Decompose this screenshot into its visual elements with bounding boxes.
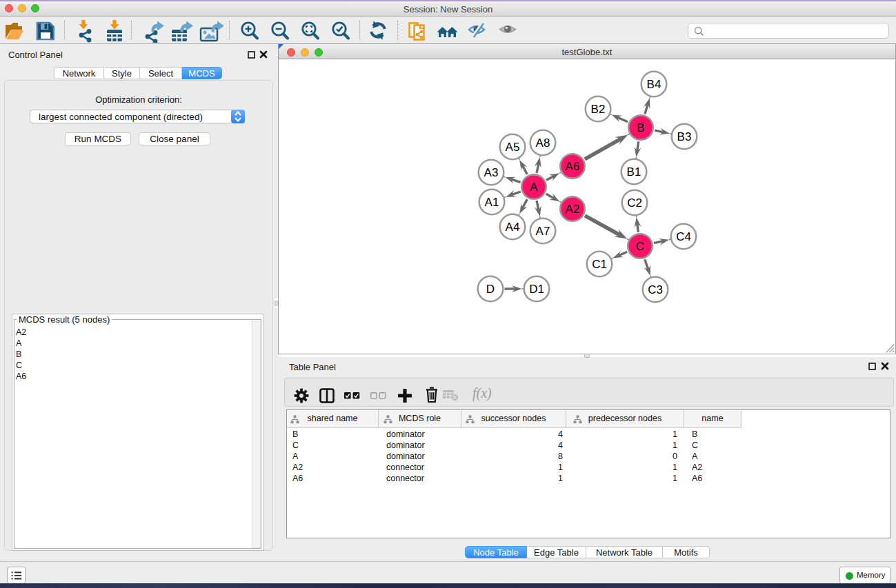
- svg-text:B1: B1: [627, 165, 641, 179]
- svg-text:C1: C1: [592, 258, 607, 271]
- svg-text:A7: A7: [536, 225, 550, 238]
- svg-text:C: C: [636, 240, 644, 253]
- svg-text:A: A: [530, 181, 538, 194]
- svg-text:D: D: [486, 283, 495, 296]
- svg-text:A8: A8: [536, 136, 550, 150]
- svg-text:A6: A6: [566, 160, 580, 173]
- svg-text:D1: D1: [529, 283, 544, 296]
- svg-text:C2: C2: [627, 196, 642, 210]
- svg-text:A4: A4: [506, 221, 520, 234]
- svg-text:C4: C4: [676, 230, 691, 243]
- svg-text:A2: A2: [566, 203, 580, 216]
- svg-text:B4: B4: [647, 78, 661, 91]
- svg-text:B3: B3: [677, 130, 692, 143]
- svg-text:A5: A5: [506, 141, 520, 154]
- svg-text:B: B: [637, 121, 644, 134]
- svg-text:A1: A1: [485, 196, 499, 209]
- svg-text:C3: C3: [648, 283, 663, 296]
- svg-text:B2: B2: [591, 103, 606, 116]
- svg-text:A3: A3: [484, 166, 499, 179]
